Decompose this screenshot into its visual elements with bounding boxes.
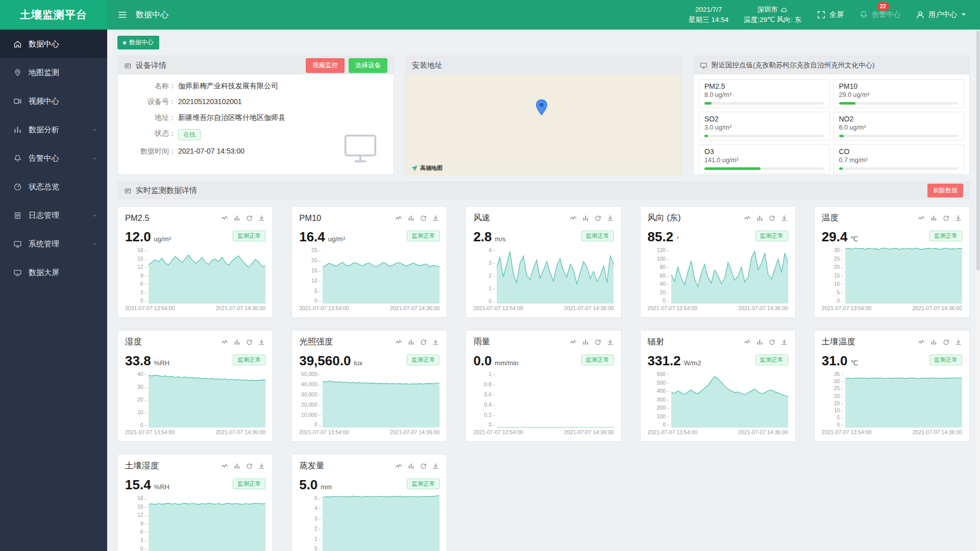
refresh-icon[interactable]: [594, 338, 602, 346]
download-icon[interactable]: [258, 462, 265, 470]
download-icon[interactable]: [432, 214, 439, 222]
line-chart-icon[interactable]: [221, 338, 229, 346]
line-chart-icon[interactable]: [918, 214, 925, 222]
sidebar-item-9[interactable]: 数据大屏: [0, 258, 107, 287]
refresh-icon[interactable]: [420, 214, 427, 222]
y-tick-label: 10 -: [834, 408, 843, 413]
bar-chart-icon[interactable]: [233, 214, 241, 222]
line-chart-icon[interactable]: [395, 338, 403, 346]
bar-chart-icon[interactable]: [756, 338, 764, 346]
sidebar-item-7[interactable]: 日志管理: [0, 201, 107, 230]
download-icon[interactable]: [780, 214, 788, 222]
line-chart-icon[interactable]: [918, 338, 925, 346]
download-icon[interactable]: [954, 338, 962, 346]
breadcrumb-label: 数据中心: [129, 38, 154, 47]
y-tick-label: 30,000 -: [301, 392, 321, 397]
line-chart-icon[interactable]: [395, 214, 403, 222]
bar-chart-icon[interactable]: [407, 338, 415, 346]
bar-chart-icon[interactable]: [407, 462, 415, 470]
bar-chart-icon[interactable]: [756, 214, 764, 222]
sidebar-item-6[interactable]: 状态总览: [0, 172, 107, 201]
user-center-button[interactable]: 用户中心: [916, 10, 966, 19]
card-unit: mm: [321, 483, 332, 491]
map-canvas[interactable]: 高德地图: [406, 74, 681, 176]
chart-plot: [323, 495, 439, 551]
bar-chart-icon[interactable]: [930, 338, 938, 346]
metric-value: 0.7 mg/m³: [839, 157, 959, 164]
x-end-label: 2021-07-07 14:36:00: [564, 429, 614, 435]
metric-card-10: 土壤温度31.0℃监测正常35 -30 -25 -20 -15 -10 -5 -…: [814, 330, 970, 442]
refresh-icon[interactable]: [246, 462, 253, 470]
card-value: 85.2: [648, 230, 674, 244]
sidebar-item-4[interactable]: 数据分析: [0, 115, 107, 144]
sidebar-item-label: 数据分析: [29, 125, 59, 135]
map-marker-icon[interactable]: [535, 99, 548, 116]
download-icon[interactable]: [954, 214, 962, 222]
download-icon[interactable]: [606, 214, 614, 222]
line-chart-icon[interactable]: [570, 338, 577, 346]
metric-progress-fill: [704, 135, 708, 137]
y-tick-label: 500 -: [657, 380, 669, 386]
refresh-icon[interactable]: [768, 338, 776, 346]
video-monitor-button[interactable]: 视频监控: [306, 58, 345, 73]
y-tick-label: 20 -: [834, 393, 843, 399]
line-chart-icon[interactable]: [395, 462, 403, 470]
alarm-center-button[interactable]: 22 告警中心: [859, 10, 900, 19]
download-icon[interactable]: [432, 462, 439, 470]
line-chart-icon[interactable]: [221, 214, 229, 222]
download-icon[interactable]: [780, 338, 788, 346]
download-icon[interactable]: [606, 338, 614, 346]
device-datatime-value: 2021-07-07 14:53:00: [178, 147, 244, 156]
sidebar-item-1[interactable]: 数据中心: [0, 30, 107, 58]
sidebar-item-2[interactable]: 地图监测: [0, 58, 107, 87]
y-tick-label: 18 -: [137, 495, 146, 501]
y-tick-label: 0 -: [140, 422, 146, 428]
refresh-icon[interactable]: [594, 214, 602, 222]
download-icon[interactable]: [258, 338, 265, 346]
chart-y-axis: 25 -20 -15 -10 -5 -0 -: [299, 247, 323, 304]
download-icon[interactable]: [258, 214, 265, 222]
y-tick-label: 15 -: [834, 400, 843, 406]
bar-chart-icon[interactable]: [930, 214, 938, 222]
download-icon[interactable]: [432, 338, 439, 346]
status-badge: 监测正常: [407, 231, 439, 241]
bar-chart-icon[interactable]: [407, 214, 415, 222]
line-chart-icon[interactable]: [221, 462, 229, 470]
refresh-icon[interactable]: [420, 338, 427, 346]
refresh-icon[interactable]: [246, 338, 253, 346]
y-tick-label: 20 -: [137, 397, 146, 403]
sidebar-item-label: 视频中心: [29, 96, 59, 106]
line-chart-icon[interactable]: [570, 214, 577, 222]
page-scrollbar[interactable]: [976, 30, 980, 551]
line-chart-icon[interactable]: [744, 338, 751, 346]
card-title: PM10: [299, 213, 321, 223]
sidebar-item-3[interactable]: 视频中心: [0, 87, 107, 115]
refresh-data-button[interactable]: 刷新数据: [927, 184, 963, 197]
select-device-button[interactable]: 选择设备: [349, 58, 387, 73]
refresh-icon[interactable]: [420, 462, 427, 470]
y-tick-label: 0 -: [140, 298, 146, 304]
line-chart-icon[interactable]: [744, 214, 751, 222]
bar-chart-icon[interactable]: [582, 214, 590, 222]
bar-chart-icon[interactable]: [233, 338, 241, 346]
y-tick-label: 6 -: [140, 281, 146, 287]
fullscreen-button[interactable]: 全屏: [817, 10, 844, 19]
y-tick-label: 25 -: [834, 386, 843, 391]
y-tick-label: 0 -: [837, 422, 843, 428]
sidebar-item-5[interactable]: 告警中心: [0, 144, 107, 172]
scrollbar-thumb[interactable]: [976, 31, 979, 270]
refresh-icon[interactable]: [942, 338, 950, 346]
refresh-icon[interactable]: [768, 214, 776, 222]
card-value: 33.8: [125, 354, 151, 368]
refresh-icon[interactable]: [246, 214, 253, 222]
card-chart: 18 -15 -12 -9 -6 -3 -0 -: [125, 247, 265, 304]
sidebar-item-8[interactable]: 系统管理: [0, 230, 107, 258]
bar-chart-icon[interactable]: [233, 462, 241, 470]
breadcrumb-tag[interactable]: 数据中心: [117, 36, 159, 49]
refresh-icon[interactable]: [942, 214, 950, 222]
bar-chart-icon[interactable]: [582, 338, 590, 346]
card-chart: 30 -25 -20 -15 -10 -5 -0 -: [822, 247, 962, 304]
y-tick-label: 9 -: [140, 521, 146, 527]
menu-toggle-icon[interactable]: [117, 10, 128, 20]
y-tick-label: 120 -: [657, 247, 669, 253]
